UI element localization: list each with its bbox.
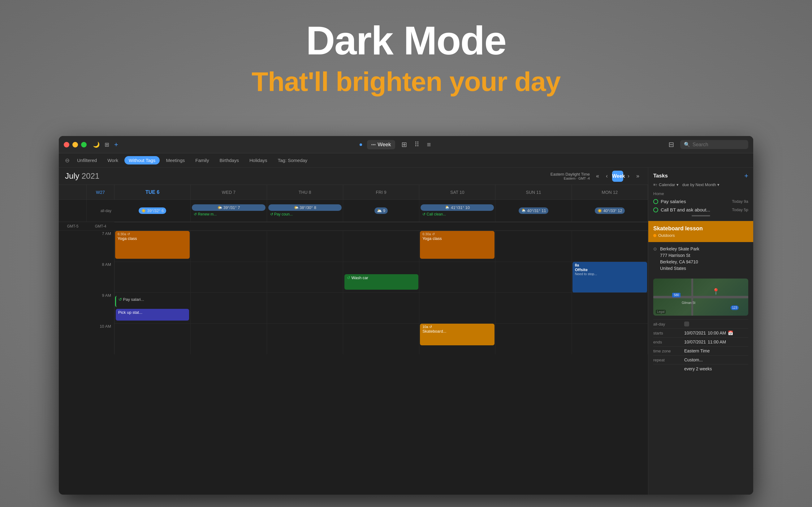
task-call-circle <box>653 208 658 212</box>
event-yoga-tue[interactable]: 6:30a ↺ Yoga class <box>115 231 190 259</box>
event-yoga-sat[interactable]: 6:30a ↺ Yoga class <box>420 231 495 259</box>
add-icon[interactable]: + <box>114 140 118 149</box>
allday-event-call[interactable]: ↺ Call clean... <box>420 212 494 217</box>
timecell-fri-7am[interactable] <box>343 231 419 262</box>
search-bar[interactable]: 🔍 <box>680 140 748 149</box>
event-detail-header: Skateboard lesson Outdoors <box>648 221 753 242</box>
map-thumbnail[interactable]: 580 123 📍 Gilman St Legal <box>653 279 748 316</box>
grid-view-button[interactable]: ⊞ <box>400 139 408 150</box>
event-pickup[interactable]: Pick up stat... <box>116 309 189 321</box>
filter-meetings[interactable]: Meetings <box>161 156 189 164</box>
weather-wed: 🌤️ 39°/31° 7 <box>192 204 265 211</box>
event-wash-car[interactable]: ↺ Wash car <box>344 274 418 290</box>
timecell-fri-10am[interactable] <box>343 323 419 354</box>
allday-event-renew[interactable]: ↺ Renew m... <box>192 212 265 217</box>
tasks-add-button[interactable]: + <box>744 172 748 180</box>
weather-fri: 🌥️ 9 <box>374 208 388 214</box>
timecell-sun-8am[interactable] <box>496 262 571 292</box>
timecell-mon-8am[interactable]: 8a Offsite Need to stop... <box>572 262 648 292</box>
panel-toggle-button[interactable]: ⊟ <box>667 139 675 150</box>
timecell-sat-10am[interactable]: 10a ↺ Skateboard... <box>419 323 496 354</box>
titlebar-right: ⊟ 🔍 <box>667 139 748 150</box>
event-offsite[interactable]: 8a Offsite Need to stop... <box>572 262 647 293</box>
weather-mon: ☀️ 40°/33° 12 <box>595 208 625 214</box>
allday-checkbox[interactable] <box>684 322 689 327</box>
tasks-due-button[interactable]: due by Next Month ▾ <box>682 182 719 187</box>
cal-next-button[interactable]: › <box>625 172 632 180</box>
tasks-calendar-button[interactable]: ≡↑ Calendar ▾ <box>653 182 679 187</box>
timecell-tue-10am[interactable] <box>114 323 191 354</box>
cal-last-button[interactable]: » <box>634 172 642 180</box>
maximize-button[interactable] <box>81 142 87 148</box>
timecell-tue-7am[interactable]: 6:30a ↺ Yoga class <box>114 231 191 262</box>
day-thu-header: THU 8 <box>267 185 343 200</box>
timecell-fri-8am[interactable]: ↺ Wash car <box>343 262 419 292</box>
repeat-meta-label: repeat <box>653 358 681 362</box>
event-detail-panel[interactable]: Skateboard lesson Outdoors ⊙ Berkeley Sk… <box>648 221 753 495</box>
timecell-thu-8am[interactable] <box>267 262 343 292</box>
dot-indicator <box>360 144 362 146</box>
cal-first-button[interactable]: « <box>594 172 602 180</box>
timecell-thu-9am[interactable] <box>267 292 343 323</box>
filter-unfiltered[interactable]: Unfiltered <box>73 156 101 164</box>
filter-without-tags[interactable]: Without Tags <box>124 156 160 164</box>
timecell-mon-7am[interactable] <box>572 231 648 262</box>
filter-holidays[interactable]: Holidays <box>245 156 272 164</box>
task-item-pay[interactable]: Pay salaries Today 9a <box>653 197 748 206</box>
cal-prev-button[interactable]: ‹ <box>603 172 610 180</box>
meta-timezone-row: time zone Eastern Time <box>653 346 748 355</box>
time-grid[interactable]: 7 AM 6:30a ↺ Yoga class <box>59 231 648 495</box>
event-skateboard[interactable]: 10a ↺ Skateboard... <box>420 324 495 345</box>
filter-minus-button[interactable]: ⊖ <box>65 157 70 164</box>
allday-event-pay[interactable]: ↺ Pay coun... <box>268 212 342 217</box>
timecell-sat-8am[interactable] <box>419 262 496 292</box>
timecell-sat-7am[interactable]: 6:30a ↺ Yoga class <box>419 231 496 262</box>
timecell-sat-9am[interactable] <box>419 292 496 323</box>
filter-birthdays[interactable]: Birthdays <box>215 156 243 164</box>
timecell-thu-7am[interactable] <box>267 231 343 262</box>
app-window: 🌙 ⊞ + ••• Week ⊞ ⠿ ≡ ⊟ 🔍 ⊖ Unfiltered <box>59 136 753 495</box>
allday-sat: 🌦️ 41°/31° 10 ↺ Call clean... <box>419 200 496 222</box>
timecell-fri-9am[interactable] <box>343 292 419 323</box>
day-sun-header: SUN 11 <box>496 185 571 200</box>
search-input[interactable] <box>693 142 745 148</box>
minimize-button[interactable] <box>72 142 78 148</box>
location-icon: ⊙ <box>653 246 657 251</box>
timecell-wed-8am[interactable] <box>191 262 267 292</box>
filter-tag-someday[interactable]: Tag: Someday <box>273 156 312 164</box>
timecell-wed-10am[interactable] <box>191 323 267 354</box>
timecell-mon-10am[interactable] <box>572 323 648 354</box>
day-fri-header: FRI 9 <box>343 185 419 200</box>
search-icon: 🔍 <box>684 142 690 148</box>
timecell-sun-7am[interactable] <box>496 231 571 262</box>
timecell-tue-8am[interactable] <box>114 262 191 292</box>
week-num-header: W27 <box>87 185 114 200</box>
timecell-mon-9am[interactable] <box>572 292 648 323</box>
gmt-spacer <box>114 222 648 230</box>
timecell-wed-9am[interactable] <box>191 292 267 323</box>
task-item-call[interactable]: Call BT and ask about... Today 5p <box>653 206 748 214</box>
timecell-sun-10am[interactable] <box>496 323 571 354</box>
time-gmt-7am <box>59 262 87 292</box>
event-pay-salaries[interactable]: ↺ Pay salari... <box>115 296 190 307</box>
list-view-button[interactable]: ≡ <box>425 139 432 150</box>
week-view-button[interactable]: ••• Week <box>367 140 396 149</box>
location-name: Berkeley Skate Park <box>660 246 699 252</box>
apps-view-button[interactable]: ⠿ <box>413 139 420 150</box>
filter-work[interactable]: Work <box>103 156 122 164</box>
time-gmt-6am <box>59 231 87 262</box>
filter-family[interactable]: Family <box>191 156 213 164</box>
today-button[interactable]: Week <box>612 171 623 182</box>
starts-cal-icon: 📅 <box>728 331 733 335</box>
event-meta: all-day starts 10/07/2021 10:00 AM 📅 end… <box>648 319 753 377</box>
timecell-tue-9am[interactable]: ↺ Pay salari... Pick up stat... <box>114 292 191 323</box>
allday-mon: ☀️ 40°/33° 12 <box>572 200 648 222</box>
close-button[interactable] <box>64 142 69 148</box>
timecell-sun-9am[interactable] <box>496 292 571 323</box>
time-local-9am: 9 AM <box>87 292 114 323</box>
tasks-calendar-icon: ≡↑ <box>653 182 658 187</box>
time-gmt-8am <box>59 292 87 323</box>
timecell-thu-10am[interactable] <box>267 323 343 354</box>
timecell-wed-7am[interactable] <box>191 231 267 262</box>
main-content: July 2021 Eastern Daylight Time Eastern … <box>59 168 753 495</box>
